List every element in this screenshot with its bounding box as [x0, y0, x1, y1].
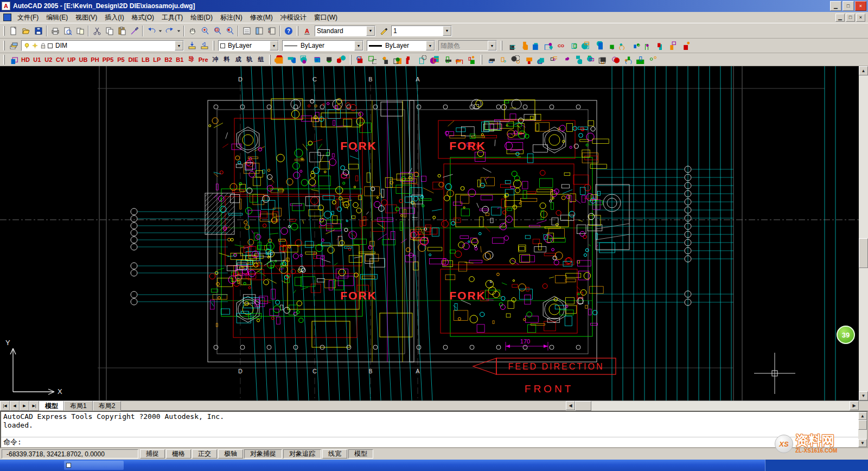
die-tool-19[interactable]: 成: [233, 54, 244, 65]
open-button[interactable]: [20, 25, 32, 37]
block-tool-icon-1[interactable]: [273, 54, 285, 66]
chevron-down-icon[interactable]: ▼: [270, 41, 278, 50]
tab-last-button[interactable]: ▶|: [29, 401, 39, 411]
custom-tool-icon-12[interactable]: [642, 40, 654, 52]
die-tool-5[interactable]: UP: [66, 54, 76, 65]
custom-tool-icon-15[interactable]: [679, 40, 692, 52]
menu-tools[interactable]: 工具(T): [158, 12, 187, 23]
horizontal-scrollbar[interactable]: ◀ ▶: [566, 401, 859, 411]
dim-tool-icon-5[interactable]: [534, 54, 547, 66]
modify-tool-icon-7[interactable]: [429, 54, 441, 66]
designcenter-button[interactable]: [253, 25, 265, 37]
menu-draw[interactable]: 绘图(D): [187, 12, 216, 23]
modify-tool-icon-1[interactable]: [354, 54, 366, 66]
toggle-polar[interactable]: 极轴: [218, 449, 243, 459]
vertical-scroll-track[interactable]: [859, 75, 868, 391]
modify-tool-icon-8[interactable]: [441, 54, 454, 66]
redo-button[interactable]: [163, 25, 176, 37]
modify-tool-icon-10[interactable]: [466, 54, 478, 66]
dim-tool-icon-1[interactable]: [484, 54, 497, 66]
die-tool-7[interactable]: PH: [90, 54, 100, 65]
custom-tool-icon-2[interactable]: [517, 40, 529, 52]
menu-window[interactable]: 窗口(W): [310, 12, 341, 23]
mdi-close-button[interactable]: ×: [856, 14, 865, 22]
tab-model[interactable]: 模型: [39, 401, 64, 411]
menu-file[interactable]: 文件(F): [14, 12, 42, 23]
mdi-restore-button[interactable]: □: [846, 14, 855, 22]
custom-tool-icon-3[interactable]: [529, 40, 542, 52]
dim-tool-icon-3[interactable]: [509, 54, 522, 66]
die-tool-1[interactable]: HD: [20, 54, 31, 65]
die-tool-icon-0[interactable]: [7, 54, 20, 66]
properties-button[interactable]: [240, 25, 253, 37]
scroll-down-icon[interactable]: ▼: [859, 391, 868, 400]
text-style-icon[interactable]: A: [301, 25, 313, 37]
custom-tool-icon-7[interactable]: [579, 40, 592, 52]
die-tool-12[interactable]: LP: [152, 54, 162, 65]
toolbar-grip[interactable]: [501, 41, 502, 50]
menu-view[interactable]: 视图(V): [72, 12, 101, 23]
scroll-up-icon[interactable]: ▲: [858, 412, 867, 420]
dim-style-icon[interactable]: [377, 25, 390, 37]
die-tool-6[interactable]: UB: [78, 54, 88, 65]
undo-button[interactable]: [145, 25, 157, 37]
horizontal-scroll-thumb[interactable]: [575, 401, 591, 411]
taskbar-button[interactable]: [64, 461, 124, 470]
lineweight-combo[interactable]: ByLayer ▼: [367, 40, 435, 51]
chevron-down-icon[interactable]: ▼: [354, 41, 363, 50]
publish-button[interactable]: [74, 25, 86, 37]
toolbar-grip[interactable]: [3, 26, 5, 36]
restore-button[interactable]: □: [843, 1, 854, 11]
custom-tool-icon-11[interactable]: [629, 40, 642, 52]
custom-tool-icon-14[interactable]: [667, 40, 679, 52]
dim-tool-icon-9[interactable]: [584, 54, 597, 66]
make-object-layer-current-button[interactable]: [186, 40, 198, 52]
custom-tool-icon-4[interactable]: [542, 40, 554, 52]
tab-first-button[interactable]: |◀: [0, 401, 10, 411]
toolbar-grip[interactable]: [213, 41, 214, 50]
tool-palettes-button[interactable]: [265, 25, 278, 37]
modify-tool-icon-4[interactable]: [391, 54, 404, 66]
die-tool-11[interactable]: LB: [141, 54, 151, 65]
custom-tool-icon-9[interactable]: [604, 40, 617, 52]
die-tool-21[interactable]: 组: [256, 54, 266, 65]
scroll-left-icon[interactable]: ◀: [566, 401, 575, 410]
toolbar-grip[interactable]: [481, 55, 482, 65]
command-input[interactable]: 命令:: [1, 437, 858, 447]
die-tool-14[interactable]: B1: [175, 54, 185, 65]
toggle-lwt[interactable]: 线宽: [322, 449, 347, 459]
dim-tool-icon-8[interactable]: [572, 54, 584, 66]
cut-button[interactable]: [91, 25, 103, 37]
die-tool-15[interactable]: 导: [186, 54, 196, 65]
custom-tool-icon-8[interactable]: [592, 40, 604, 52]
plot-button[interactable]: [49, 25, 61, 37]
custom-tool-icon-5[interactable]: CO: [554, 40, 567, 52]
die-tool-18[interactable]: 料: [222, 54, 232, 65]
die-tool-17[interactable]: 冲: [210, 54, 221, 65]
linetype-combo[interactable]: ByLayer ▼: [282, 40, 363, 51]
toggle-model[interactable]: 模型: [348, 449, 373, 459]
die-tool-10[interactable]: DIE: [127, 54, 139, 65]
mdi-minimize-button[interactable]: ▁: [835, 14, 845, 22]
toolbar-grip[interactable]: [350, 55, 352, 65]
drawing-canvas[interactable]: DDCCBBAA170FORKFORKFORKFORKFEED DIRECTIO…: [0, 66, 859, 400]
minimize-button[interactable]: ▁: [830, 1, 841, 11]
menu-die-design[interactable]: 冲模设计: [277, 12, 310, 23]
modify-tool-icon-5[interactable]: [404, 54, 416, 66]
block-tool-icon-3[interactable]: [298, 54, 310, 66]
scroll-up-icon[interactable]: ▲: [859, 66, 868, 75]
toggle-ortho[interactable]: 正交: [192, 449, 217, 459]
menu-format[interactable]: 格式(O): [128, 12, 158, 23]
die-tool-9[interactable]: P5: [116, 54, 126, 65]
close-button[interactable]: ×: [855, 1, 866, 11]
toggle-snap[interactable]: 捕捉: [140, 449, 165, 459]
horizontal-scroll-track[interactable]: [591, 401, 850, 411]
modify-tool-icon-6[interactable]: [416, 54, 429, 66]
new-button[interactable]: [7, 25, 20, 37]
modify-tool-icon-2[interactable]: [366, 54, 379, 66]
menu-edit[interactable]: 编辑(E): [42, 12, 72, 23]
dim-tool-icon-2[interactable]: [497, 54, 509, 66]
dim-tool-icon-10[interactable]: [597, 54, 609, 66]
scroll-right-icon[interactable]: ▶: [850, 401, 859, 410]
chevron-down-icon[interactable]: ▼: [443, 26, 451, 36]
